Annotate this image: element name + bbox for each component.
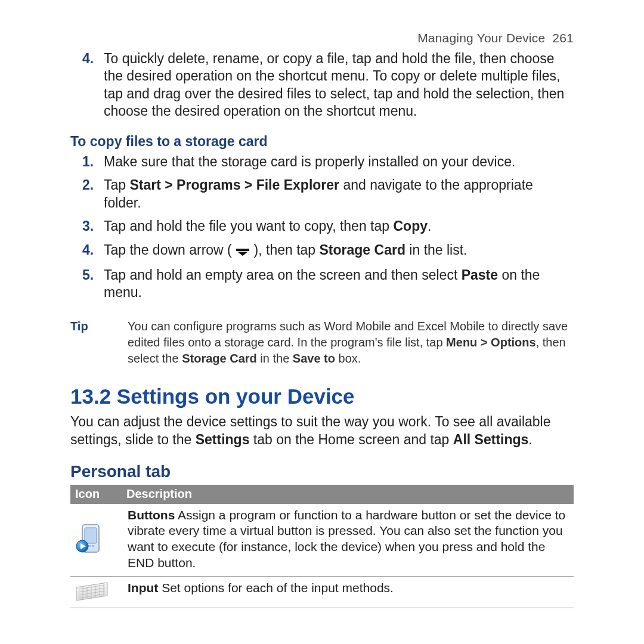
buttons-name: Buttons xyxy=(128,508,175,522)
copy-step-5: Tap and hold an empty area on the screen… xyxy=(70,267,574,308)
copy-step-4-post: in the list. xyxy=(405,242,467,258)
running-header: Managing Your Device 261 xyxy=(70,31,574,45)
input-text: Set options for each of the input method… xyxy=(158,581,394,595)
input-description: Input Set options for each of the input … xyxy=(125,580,570,603)
copy-step-3-bold: Copy xyxy=(393,218,428,234)
section-intro-bold1: Settings xyxy=(196,432,250,447)
buttons-description: Buttons Assign a program or function to … xyxy=(125,507,570,572)
copy-step-2-bold: Start > Programs > File Explorer xyxy=(129,177,339,193)
copy-step-4-mid: ), then tap xyxy=(254,242,320,258)
copy-step-4-bold: Storage Card xyxy=(320,242,405,258)
svg-rect-3 xyxy=(85,528,97,543)
tip-block: Tip You can configure programs such as W… xyxy=(70,318,574,367)
input-icon xyxy=(74,580,125,603)
copy-step-3: Tap and hold the file you want to copy, … xyxy=(70,218,574,241)
section-intro-post: . xyxy=(528,432,532,447)
copy-step-3-pre: Tap and hold the file you want to copy, … xyxy=(104,218,393,234)
copy-step-1-text: Make sure that the storage card is prope… xyxy=(104,154,515,169)
section-heading: 13.2 Settings on your Device xyxy=(70,385,574,408)
tip-post: box. xyxy=(335,352,361,365)
file-ops-continued-list: To quickly delete, rename, or copy a fil… xyxy=(70,50,574,125)
copy-to-card-heading: To copy files to a storage card xyxy=(70,134,574,150)
section-intro-bold2: All Settings xyxy=(453,432,529,447)
buttons-text: Assign a program or function to a hardwa… xyxy=(128,508,565,570)
svg-rect-6 xyxy=(92,545,94,547)
copy-step-4: Tap the down arrow ( ), then tap Storage… xyxy=(70,242,574,267)
page-number: 261 xyxy=(552,31,574,45)
svg-rect-5 xyxy=(88,545,91,547)
document-page: Managing Your Device 261 To quickly dele… xyxy=(0,0,644,644)
table-row: Buttons Assign a program or function to … xyxy=(70,504,574,577)
copy-step-2-pre: Tap xyxy=(104,177,129,193)
table-header-description: Description xyxy=(126,487,569,501)
copy-step-3-post: . xyxy=(428,218,431,234)
copy-step-5-bold: Paste xyxy=(462,267,498,283)
section-intro-mid: tab on the Home screen and tap xyxy=(249,432,453,447)
down-arrow-icon xyxy=(236,243,250,261)
svg-marker-1 xyxy=(237,252,248,256)
table-header-icon: Icon xyxy=(75,487,126,501)
copy-steps-list: Make sure that the storage card is prope… xyxy=(70,153,574,308)
copy-step-4-pre: Tap the down arrow ( xyxy=(104,242,232,258)
copy-step-5-pre: Tap and hold an empty area on the screen… xyxy=(104,267,462,283)
personal-tab-heading: Personal tab xyxy=(70,462,574,481)
tip-bold-2: Storage Card xyxy=(182,352,257,365)
running-header-title: Managing Your Device xyxy=(417,31,545,45)
copy-step-1: Make sure that the storage card is prope… xyxy=(70,153,574,177)
tip-mid-2: in the xyxy=(257,352,293,365)
tip-bold-3: Save to xyxy=(293,352,335,365)
tip-bold-1: Menu > Options xyxy=(446,336,536,349)
tip-body: You can configure programs such as Word … xyxy=(128,318,574,367)
input-name: Input xyxy=(128,581,158,595)
copy-step-2: Tap Start > Programs > File Explorer and… xyxy=(70,177,574,218)
tip-label: Tip xyxy=(70,318,128,333)
svg-rect-0 xyxy=(236,249,249,251)
file-ops-step-4-text: To quickly delete, rename, or copy a fil… xyxy=(104,51,564,119)
table-row: Input Set options for each of the input … xyxy=(70,577,574,608)
file-ops-step-4: To quickly delete, rename, or copy a fil… xyxy=(70,50,574,125)
table-header: Icon Description xyxy=(70,485,574,504)
buttons-icon xyxy=(74,507,125,572)
section-intro: You can adjust the device settings to su… xyxy=(70,413,574,449)
